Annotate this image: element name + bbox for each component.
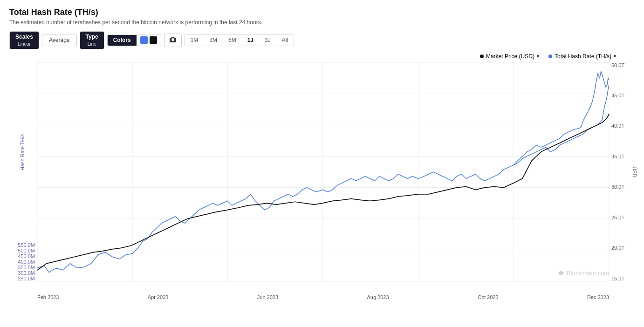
x-label-apr: Apr 2023 — [148, 294, 169, 300]
time-1j[interactable]: 1J — [242, 34, 259, 46]
time-range-group: 1M 3M 6M 1J 3J All — [185, 34, 294, 46]
scales-group: Scales Linear — [9, 31, 39, 49]
color-swatch-blue[interactable] — [140, 36, 148, 44]
y-axis-left: Hash Rate TH/s 550.0M 500.0M 450.0M 400.… — [9, 62, 35, 281]
legend-market-chevron: ▾ — [537, 54, 539, 59]
y-axis-right-label: USD — [632, 163, 637, 181]
market-price-line — [37, 114, 609, 270]
toolbar: Scales Linear Average Type Line Colors — [9, 31, 635, 49]
watermark: Blockchain.com — [558, 270, 609, 277]
y-right-4: 30.0T — [611, 184, 624, 190]
legend-hash-rate[interactable]: Total Hash Rate (TH/s) ▾ — [548, 53, 616, 60]
x-label-feb: Feb 2023 — [37, 294, 59, 300]
y-right-1: 45.0T — [611, 93, 624, 98]
chart-svg-container — [37, 62, 609, 281]
color-swatch-dark[interactable] — [150, 36, 157, 44]
x-label-dec: Dec 2023 — [587, 294, 609, 300]
y-left-3: 400.0M — [18, 259, 35, 265]
y-left-2: 450.0M — [18, 253, 35, 259]
x-axis: Feb 2023 Apr 2023 Jun 2023 Aug 2023 Oct … — [37, 294, 609, 300]
type-group: Type Line — [80, 31, 104, 49]
y-right-5: 25.0T — [611, 215, 624, 220]
legend-market-label: Market Price (USD) — [486, 53, 534, 60]
y-right-6: 20.0T — [611, 245, 624, 251]
watermark-text: Blockchain.com — [567, 270, 609, 277]
time-6m[interactable]: 6M — [223, 34, 242, 46]
y-right-2: 40.0T — [611, 123, 624, 129]
legend-dot-market — [480, 54, 484, 58]
chart-subtitle: The estimated number of terahashes per s… — [9, 19, 635, 26]
time-all[interactable]: All — [276, 34, 294, 46]
chart-title: Total Hash Rate (TH/s) — [9, 7, 635, 17]
y-right-7: 15.0T — [611, 276, 624, 281]
x-label-aug: Aug 2023 — [367, 294, 389, 300]
y-right-3: 35.0T — [611, 154, 624, 159]
legend-hash-chevron: ▾ — [614, 54, 616, 59]
y-axis-right: 50.0T 45.0T 40.0T 35.0T 30.0T 25.0T 20.0… — [611, 62, 635, 281]
colors-group: Colors — [107, 34, 161, 46]
scales-button[interactable]: Scales Linear — [10, 32, 39, 49]
time-1m[interactable]: 1M — [185, 34, 204, 46]
type-button[interactable]: Type Line — [80, 32, 104, 49]
camera-icon — [169, 36, 177, 43]
y-left-4: 350.0M — [18, 265, 35, 270]
y-axis-left-label: Hash Rate TH/s — [20, 124, 25, 180]
blockchain-logo-icon — [558, 270, 564, 276]
y-left-5: 300.0M — [18, 270, 35, 276]
legend-dot-hash — [548, 54, 552, 58]
colors-button[interactable]: Colors — [108, 35, 137, 46]
chart-area: Market Price (USD) ▾ Total Hash Rate (TH… — [9, 53, 635, 300]
page-container: Total Hash Rate (TH/s) The estimated num… — [0, 0, 644, 327]
legend-hash-label: Total Hash Rate (TH/s) — [555, 53, 611, 60]
color-swatches — [137, 34, 161, 46]
y-left-6: 250.0M — [18, 276, 35, 281]
chart-svg — [37, 62, 609, 281]
x-label-oct: Oct 2023 — [478, 294, 499, 300]
y-right-0: 50.0T — [611, 62, 624, 68]
legend-market-price[interactable]: Market Price (USD) ▾ — [480, 53, 539, 60]
time-3j[interactable]: 3J — [259, 34, 276, 46]
x-label-jun: Jun 2023 — [257, 294, 278, 300]
y-left-0: 550.0M — [18, 242, 35, 248]
average-button[interactable]: Average — [42, 34, 76, 46]
hash-rate-line-2 — [514, 71, 609, 165]
camera-button[interactable] — [164, 34, 182, 47]
hash-rate-line — [37, 85, 609, 272]
chart-legend: Market Price (USD) ▾ Total Hash Rate (TH… — [480, 53, 616, 60]
y-left-1: 500.0M — [18, 248, 35, 253]
time-3m[interactable]: 3M — [204, 34, 223, 46]
